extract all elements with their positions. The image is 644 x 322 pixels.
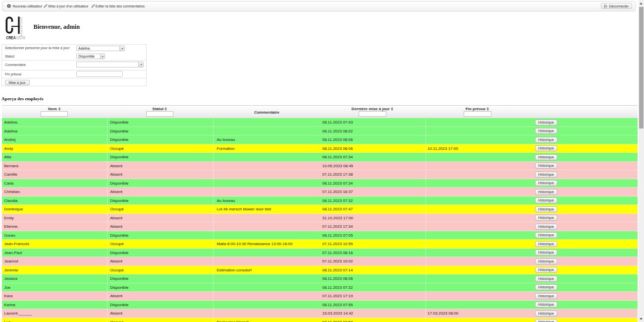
svg-text:CREAHAUS: CREAHAUS	[6, 35, 25, 40]
svg-text:COLLECTION: COLLECTION	[20, 17, 23, 37]
